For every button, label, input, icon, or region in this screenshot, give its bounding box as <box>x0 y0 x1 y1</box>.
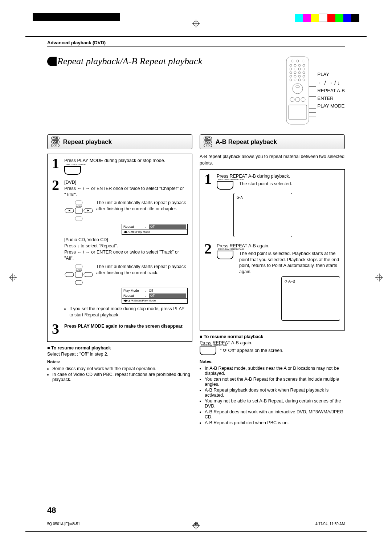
svg-point-29 <box>294 75 296 77</box>
svg-rect-57 <box>65 272 74 277</box>
svg-point-39 <box>295 97 300 102</box>
svg-rect-58 <box>84 272 93 277</box>
remote-icon <box>285 56 310 125</box>
svg-rect-37 <box>296 86 299 88</box>
footer-mid: 48 <box>194 522 198 526</box>
badge-dvd: DVD <box>51 137 60 140</box>
label-repeat-ab: REPEAT A-B <box>318 87 345 95</box>
repeat-ab-button-icon: PROGRAM / REPEAT A-B <box>217 181 233 190</box>
label-arrows: ← / → / ↓ <box>318 78 345 87</box>
disc-badge-icon: DVD VCD CD <box>51 136 60 147</box>
svg-rect-41 <box>289 105 307 119</box>
osd-display-2: Play Mode:Off Repeat:Off ◀▶▲▼/Enter/Play… <box>122 288 188 304</box>
left-note: In case of Video CD with PBC, repeat fun… <box>52 372 192 382</box>
right-note: A-B Repeat playback does not work when R… <box>205 388 345 398</box>
right-resume-text: Press REPEAT A-B again. PROGRAM / REPEAT… <box>200 340 345 357</box>
left-bullet: If you set the repeat mode during stop m… <box>69 306 188 318</box>
content-area: Advanced playback (DVD) Repeat playback/… <box>47 40 345 428</box>
svg-point-28 <box>290 75 292 77</box>
cd-head: [Audio CD, Video CD] <box>64 237 188 243</box>
page-title: Repeat playback/A-B Repeat playback <box>47 56 202 67</box>
badge-cd: CD <box>51 144 60 147</box>
section-repeat-title: Repeat playback <box>63 138 112 146</box>
top-rule <box>25 36 367 37</box>
svg-point-38 <box>290 97 294 102</box>
svg-point-25 <box>294 72 296 74</box>
enter-pad-icon: ENTER ◄ ► <box>64 200 93 222</box>
svg-point-30 <box>298 75 301 77</box>
svg-point-22 <box>298 68 301 70</box>
right-note: A-B Repeat is prohibited when PBC is on. <box>205 420 345 425</box>
ab-step1-desc: The start point is selected. <box>239 181 292 187</box>
left-steps-box: 1 Press PLAY MODE during playback or sto… <box>47 154 192 342</box>
svg-text:ENTER: ENTER <box>76 269 82 271</box>
left-notes: Some discs may not work with the repeat … <box>47 366 192 382</box>
right-column: DVD VCD CD A-B Repeat playback A-B repea… <box>200 134 345 428</box>
step3-text: Press PLAY MODE again to make the screen… <box>64 323 184 335</box>
bottom-rule <box>25 531 367 532</box>
step-1: 1 Press PLAY MODE during playback or sto… <box>52 158 188 177</box>
page-title-text: Repeat playback/A-B Repeat playback <box>57 56 202 67</box>
osd-display-1: Repeat:Off ◀▶/Enter/Play Mode <box>122 224 188 235</box>
register-mark-top <box>192 20 200 28</box>
ab-step2-desc: The end point is selected. Playback star… <box>239 251 340 275</box>
left-resume-text: Select Repeat : "Off" in step 2. <box>47 351 192 358</box>
ab-step-2: 2 Press REPEAT A-B again. PROGRAM / REPE… <box>204 243 340 324</box>
right-steps-box: 1 Press REPEAT A-B during playback. PROG… <box>200 169 345 331</box>
svg-point-33 <box>294 79 296 81</box>
section-repeat: DVD VCD CD Repeat playback <box>47 134 192 149</box>
label-play-mode: PLAY MODE <box>318 102 345 110</box>
svg-text:►: ► <box>87 209 90 212</box>
footer-right: 4/17/04, 11:59 AM <box>315 522 345 526</box>
black-bar <box>33 13 120 21</box>
breadcrumb: Advanced playback (DVD) <box>47 40 345 46</box>
svg-text:◄: ◄ <box>68 209 71 212</box>
right-note: You can not set the A-B Repeat for the s… <box>205 377 345 387</box>
right-notes: In A-B Repeat mode, subtitles near the A… <box>200 366 345 425</box>
ab-step-1: 1 Press REPEAT A-B during playback. PROG… <box>204 173 340 240</box>
svg-point-31 <box>303 75 305 77</box>
label-play: PLAY <box>318 71 345 78</box>
label-enter: ENTER <box>318 95 345 102</box>
svg-rect-55 <box>75 264 82 269</box>
title-cap-icon <box>47 57 57 66</box>
ab-intro: A-B repeat playback allows you to repeat… <box>200 154 345 166</box>
badge-cd: CD <box>204 144 212 147</box>
svg-rect-59 <box>75 272 82 278</box>
svg-rect-47 <box>75 200 82 205</box>
svg-point-35 <box>303 79 305 81</box>
right-note: In A-B Repeat mode, subtitles near the A… <box>205 366 345 376</box>
page-number: 48 <box>47 506 56 515</box>
columns: DVD VCD CD Repeat playback 1 Press PLAY … <box>47 134 345 428</box>
playmode-button-icon: TRK — PLAY MODE <box>64 166 81 175</box>
svg-point-34 <box>298 79 301 81</box>
tv-icon: ⟳ A– <box>233 193 292 237</box>
svg-point-26 <box>298 72 301 74</box>
repeat-ab-button-icon: PROGRAM / REPEAT A-B <box>200 347 216 355</box>
section-ab-title: A-B Repeat playback <box>216 138 277 146</box>
svg-rect-56 <box>75 280 82 285</box>
right-note: A-B Repeat does not work with an interac… <box>205 409 345 420</box>
remote-diagram: PLAY ← / → / ↓ REPEAT A-B ENTER PLAY MOD… <box>285 56 345 125</box>
svg-rect-51 <box>75 208 82 214</box>
left-column: DVD VCD CD Repeat playback 1 Press PLAY … <box>47 134 192 428</box>
svg-point-20 <box>290 68 292 70</box>
svg-point-32 <box>290 79 292 81</box>
badge-vcd: VCD <box>204 140 212 143</box>
enter-pad-icon-2: ENTER <box>64 264 93 285</box>
repeat-ab-button-icon: PROGRAM / REPEAT A-B <box>217 251 233 259</box>
svg-point-23 <box>303 68 305 70</box>
disc-badge-icon: DVD VCD CD <box>204 136 212 147</box>
title-row: Repeat playback/A-B Repeat playback <box>47 56 345 125</box>
svg-point-24 <box>290 72 292 74</box>
svg-point-16 <box>290 64 292 66</box>
svg-point-18 <box>298 64 301 66</box>
footer-left: 5Q 0501A [E]p48-51 <box>47 522 80 526</box>
right-notes-heading: Notes: <box>200 359 345 364</box>
svg-point-36 <box>293 84 303 94</box>
step2-head: [DVD] <box>64 179 188 186</box>
tv-icon: ⟳ A–B <box>281 276 340 321</box>
step-2: 2 [DVD] Press ← / → or ENTER once or twi… <box>52 179 188 320</box>
right-resume-heading: To resume normal playback <box>200 334 345 339</box>
register-mark-left <box>9 274 17 281</box>
